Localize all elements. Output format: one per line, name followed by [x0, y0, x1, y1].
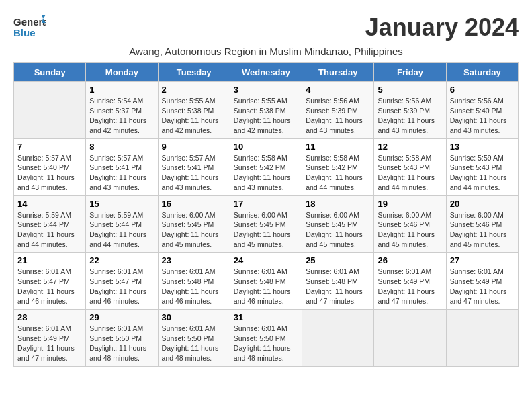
logo: General Blue [13, 13, 46, 42]
calendar-cell: 29Sunrise: 6:01 AM Sunset: 5:50 PM Dayli… [86, 310, 158, 367]
day-number: 7 [17, 142, 82, 152]
calendar-cell: 31Sunrise: 6:01 AM Sunset: 5:50 PM Dayli… [230, 310, 302, 367]
calendar-week-row: 1Sunrise: 5:54 AM Sunset: 5:37 PM Daylig… [14, 82, 519, 139]
calendar-cell: 25Sunrise: 6:01 AM Sunset: 5:48 PM Dayli… [302, 253, 374, 310]
weekday-header: Sunday [14, 63, 86, 82]
calendar-cell: 14Sunrise: 5:59 AM Sunset: 5:44 PM Dayli… [14, 195, 86, 253]
day-info: Sunrise: 6:01 AM Sunset: 5:50 PM Dayligh… [89, 324, 154, 363]
day-number: 19 [378, 199, 442, 209]
calendar-cell [14, 82, 86, 139]
day-number: 29 [89, 312, 154, 322]
day-number: 6 [450, 85, 515, 95]
page-header: General Blue January 2024 [13, 13, 519, 42]
calendar-cell [374, 310, 446, 367]
day-info: Sunrise: 6:00 AM Sunset: 5:45 PM Dayligh… [162, 210, 226, 250]
calendar-cell: 5Sunrise: 5:56 AM Sunset: 5:39 PM Daylig… [374, 82, 446, 139]
calendar-cell: 16Sunrise: 6:00 AM Sunset: 5:45 PM Dayli… [158, 195, 230, 253]
day-number: 20 [450, 199, 515, 209]
day-info: Sunrise: 5:58 AM Sunset: 5:42 PM Dayligh… [234, 153, 298, 193]
day-number: 26 [378, 255, 442, 265]
day-info: Sunrise: 5:59 AM Sunset: 5:44 PM Dayligh… [89, 210, 154, 250]
day-info: Sunrise: 6:00 AM Sunset: 5:46 PM Dayligh… [378, 210, 442, 250]
day-info: Sunrise: 5:56 AM Sunset: 5:40 PM Dayligh… [450, 96, 515, 136]
day-number: 23 [162, 255, 226, 265]
weekday-header: Saturday [446, 63, 518, 82]
day-number: 30 [162, 312, 226, 322]
day-number: 27 [450, 255, 515, 265]
day-number: 12 [378, 142, 442, 152]
calendar-cell: 26Sunrise: 6:01 AM Sunset: 5:49 PM Dayli… [374, 253, 446, 310]
day-info: Sunrise: 5:57 AM Sunset: 5:40 PM Dayligh… [17, 153, 82, 193]
day-number: 25 [306, 255, 370, 265]
day-info: Sunrise: 6:01 AM Sunset: 5:50 PM Dayligh… [162, 324, 226, 363]
day-info: Sunrise: 6:01 AM Sunset: 5:47 PM Dayligh… [17, 267, 82, 306]
day-info: Sunrise: 5:56 AM Sunset: 5:39 PM Dayligh… [306, 96, 370, 136]
calendar-cell: 11Sunrise: 5:58 AM Sunset: 5:42 PM Dayli… [302, 138, 374, 195]
day-info: Sunrise: 6:01 AM Sunset: 5:48 PM Dayligh… [306, 267, 370, 306]
day-info: Sunrise: 5:54 AM Sunset: 5:37 PM Dayligh… [89, 96, 154, 136]
day-info: Sunrise: 5:56 AM Sunset: 5:39 PM Dayligh… [378, 96, 442, 136]
calendar-header: SundayMondayTuesdayWednesdayThursdayFrid… [14, 63, 519, 82]
calendar-cell: 8Sunrise: 5:57 AM Sunset: 5:41 PM Daylig… [86, 138, 158, 195]
day-info: Sunrise: 5:55 AM Sunset: 5:38 PM Dayligh… [162, 96, 226, 136]
day-number: 11 [306, 142, 370, 152]
day-number: 3 [234, 85, 298, 95]
day-number: 24 [234, 255, 298, 265]
calendar-week-row: 28Sunrise: 6:01 AM Sunset: 5:49 PM Dayli… [14, 310, 519, 367]
calendar-cell: 28Sunrise: 6:01 AM Sunset: 5:49 PM Dayli… [14, 310, 86, 367]
calendar-cell: 17Sunrise: 6:00 AM Sunset: 5:45 PM Dayli… [230, 195, 302, 253]
day-info: Sunrise: 6:00 AM Sunset: 5:45 PM Dayligh… [234, 210, 298, 250]
weekday-row: SundayMondayTuesdayWednesdayThursdayFrid… [14, 63, 519, 82]
day-number: 28 [17, 312, 82, 322]
svg-text:Blue: Blue [13, 27, 36, 38]
calendar-cell: 4Sunrise: 5:56 AM Sunset: 5:39 PM Daylig… [302, 82, 374, 139]
day-number: 5 [378, 85, 442, 95]
calendar-cell [446, 310, 518, 367]
calendar-cell: 18Sunrise: 6:00 AM Sunset: 5:45 PM Dayli… [302, 195, 374, 253]
day-info: Sunrise: 6:01 AM Sunset: 5:48 PM Dayligh… [162, 267, 226, 306]
calendar-table: SundayMondayTuesdayWednesdayThursdayFrid… [13, 62, 519, 367]
day-number: 17 [234, 199, 298, 209]
day-number: 10 [234, 142, 298, 152]
calendar-week-row: 14Sunrise: 5:59 AM Sunset: 5:44 PM Dayli… [14, 195, 519, 253]
day-number: 4 [306, 85, 370, 95]
svg-text:General: General [13, 16, 46, 28]
calendar-subtitle: Awang, Autonomous Region in Muslim Minda… [13, 46, 519, 57]
day-number: 22 [89, 255, 154, 265]
day-info: Sunrise: 6:01 AM Sunset: 5:50 PM Dayligh… [234, 324, 298, 363]
day-number: 31 [234, 312, 298, 322]
day-info: Sunrise: 6:01 AM Sunset: 5:49 PM Dayligh… [378, 267, 442, 306]
day-info: Sunrise: 5:58 AM Sunset: 5:42 PM Dayligh… [306, 153, 370, 193]
day-info: Sunrise: 6:00 AM Sunset: 5:45 PM Dayligh… [306, 210, 370, 250]
day-info: Sunrise: 5:57 AM Sunset: 5:41 PM Dayligh… [162, 153, 226, 193]
calendar-cell: 20Sunrise: 6:00 AM Sunset: 5:46 PM Dayli… [446, 195, 518, 253]
day-number: 9 [162, 142, 226, 152]
day-info: Sunrise: 5:58 AM Sunset: 5:43 PM Dayligh… [378, 153, 442, 193]
calendar-week-row: 7Sunrise: 5:57 AM Sunset: 5:40 PM Daylig… [14, 138, 519, 195]
weekday-header: Thursday [302, 63, 374, 82]
day-number: 21 [17, 255, 82, 265]
day-number: 14 [17, 199, 82, 209]
day-number: 13 [450, 142, 515, 152]
calendar-cell: 23Sunrise: 6:01 AM Sunset: 5:48 PM Dayli… [158, 253, 230, 310]
weekday-header: Friday [374, 63, 446, 82]
day-info: Sunrise: 6:01 AM Sunset: 5:47 PM Dayligh… [89, 267, 154, 306]
day-number: 8 [89, 142, 154, 152]
calendar-cell [302, 310, 374, 367]
calendar-cell: 2Sunrise: 5:55 AM Sunset: 5:38 PM Daylig… [158, 82, 230, 139]
day-info: Sunrise: 6:00 AM Sunset: 5:46 PM Dayligh… [450, 210, 515, 250]
logo-icon: General Blue [13, 13, 46, 39]
calendar-cell: 22Sunrise: 6:01 AM Sunset: 5:47 PM Dayli… [86, 253, 158, 310]
calendar-cell: 19Sunrise: 6:00 AM Sunset: 5:46 PM Dayli… [374, 195, 446, 253]
day-info: Sunrise: 5:55 AM Sunset: 5:38 PM Dayligh… [234, 96, 298, 136]
calendar-cell: 27Sunrise: 6:01 AM Sunset: 5:49 PM Dayli… [446, 253, 518, 310]
calendar-cell: 30Sunrise: 6:01 AM Sunset: 5:50 PM Dayli… [158, 310, 230, 367]
day-info: Sunrise: 5:59 AM Sunset: 5:44 PM Dayligh… [17, 210, 82, 250]
day-number: 18 [306, 199, 370, 209]
calendar-cell: 21Sunrise: 6:01 AM Sunset: 5:47 PM Dayli… [14, 253, 86, 310]
calendar-cell: 3Sunrise: 5:55 AM Sunset: 5:38 PM Daylig… [230, 82, 302, 139]
calendar-cell: 12Sunrise: 5:58 AM Sunset: 5:43 PM Dayli… [374, 138, 446, 195]
day-info: Sunrise: 5:57 AM Sunset: 5:41 PM Dayligh… [89, 153, 154, 193]
calendar-cell: 6Sunrise: 5:56 AM Sunset: 5:40 PM Daylig… [446, 82, 518, 139]
day-info: Sunrise: 6:01 AM Sunset: 5:48 PM Dayligh… [234, 267, 298, 306]
